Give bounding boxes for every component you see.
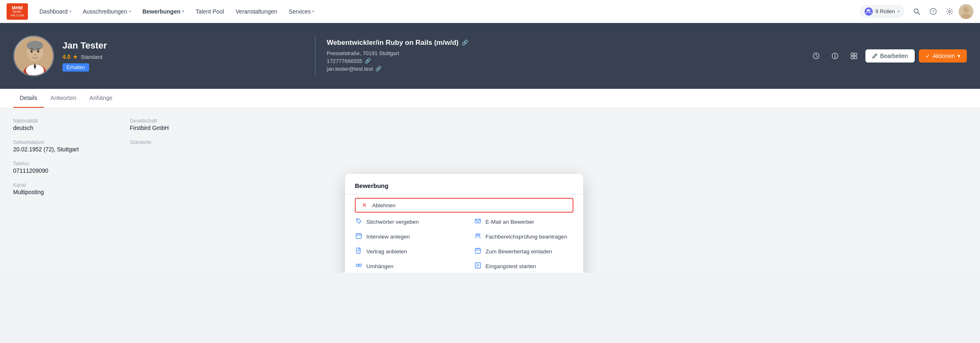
svg-point-1 [869,9,871,11]
settings-button[interactable] [942,4,957,19]
bearbeiten-button[interactable]: Bearbeiten [865,49,915,63]
chevron-down-icon: ▾ [897,9,899,14]
calendar2-icon [474,248,481,255]
svg-point-18 [34,54,36,56]
logo[interactable]: MHM MHM-HR.COM [7,3,28,20]
dropdown-title: Bewerbung [345,182,583,194]
chevron-down-icon: ▾ [182,9,184,14]
roles-icon [865,7,873,16]
nav-ausschreibungen[interactable]: Ausschreibungen ▾ [78,5,136,18]
link-icon[interactable]: 🔗 [462,39,468,46]
status-badge: Erhalten [62,63,89,72]
transfer-icon [355,262,362,270]
job-phone: 172777666555 🔗 [327,58,809,64]
svg-point-22 [835,54,835,55]
nav-talent-pool[interactable]: Talent Pool [191,5,229,18]
main-content: Nationalität deutsch Geburtsdatum 20.02.… [0,108,246,213]
tab-details[interactable]: Details [13,89,44,108]
info-icon-button[interactable] [828,49,842,63]
profile-header: Jan Tester 4.0 ★ Standard Erhalten Weben… [0,23,980,89]
svg-text:?: ? [932,9,934,14]
alarm-icon-button[interactable] [809,49,824,63]
chevron-down-icon: ▾ [312,9,314,14]
svg-point-8 [963,7,969,13]
svg-point-12 [27,41,43,51]
job-address: Presselstraße, 70191 Stuttgart [327,50,809,56]
svg-rect-25 [851,56,853,59]
dropdown-item-email[interactable]: E-Mail an Bewerber [464,214,583,229]
roles-button[interactable]: 9 Rollen ▾ [860,5,904,18]
field-nationalitaet: Nationalität deutsch [13,118,117,131]
dropdown-item-ablehnen[interactable]: ✕ Ablehnen [355,198,573,213]
field-gesellschaft: Gesellschaft Firstbird GmbH [130,118,233,131]
nav-veranstaltungen[interactable]: Veranstaltungen [231,5,282,18]
dropdown-item-vertrag[interactable]: Vertrag anbieten [345,244,464,259]
svg-point-27 [357,220,358,220]
chevron-down-icon: ▾ [69,9,71,14]
navigation: MHM MHM-HR.COM Dashboard ▾ Ausschreibung… [0,0,980,23]
nav-bewerbungen[interactable]: Bewerbungen ▾ [138,5,189,18]
svg-rect-23 [851,53,853,56]
aktionen-button[interactable]: ✓ Aktionen ▾ [919,49,967,63]
user-avatar[interactable] [959,4,973,19]
email-link-icon[interactable]: 🔗 [375,66,382,72]
svg-point-6 [949,10,951,12]
dropdown-item-fachbereich[interactable]: Fachbereichsprüfung beantragen [464,229,583,244]
svg-line-3 [918,12,920,14]
candidate-avatar [13,35,54,76]
svg-point-37 [359,264,361,267]
dropdown-item-bewerbertag[interactable]: Zum Bewerbertag einladen [464,244,583,259]
profile-info: Jan Tester 4.0 ★ Standard Erhalten [62,40,304,72]
candidate-name: Jan Tester [62,40,304,51]
dropdown-item-eingangstest[interactable]: Eingangstest starten [464,259,583,273]
tab-anhaenge[interactable]: Anhänge [83,89,119,108]
svg-point-36 [356,264,359,267]
phone-link-icon[interactable]: 🔗 [365,58,371,64]
rating-score: 4.0 [62,53,70,60]
svg-rect-26 [854,56,857,59]
reject-icon: ✕ [361,202,368,209]
chevron-down-icon: ▾ [957,53,960,59]
divider [315,35,315,76]
svg-point-43 [476,234,478,236]
field-geburtsdatum: Geburtsdatum 20.02.1952 (72), Stuttgart [13,139,117,153]
tabs-bar: Details Antworten Anhänge [0,89,980,108]
tag-icon [355,218,362,225]
star-icon: ★ [73,53,78,60]
job-info: Webentwickler/in Ruby on Rails (m/w/d) 🔗… [327,39,809,74]
email-icon [474,218,481,225]
job-title: Webentwickler/in Ruby on Rails (m/w/d) 🔗 [327,39,809,47]
search-button[interactable] [909,4,924,19]
tab-antworten[interactable]: Antworten [44,89,83,108]
profile-rating: 4.0 ★ Standard [62,53,304,60]
dropdown-item-umhaengen[interactable]: Umhängen [345,259,464,273]
dropdown-item-stichwoerter[interactable]: Stichwörter vergeben [345,214,464,229]
team-check-icon [474,233,481,240]
dropdown-item-interview[interactable]: Interview anlegen [345,229,464,244]
chevron-down-icon: ▾ [129,9,131,14]
job-email: jan.tester@test.test 🔗 [327,66,809,72]
calendar-icon [355,233,362,240]
svg-point-44 [478,234,480,236]
svg-point-17 [37,50,39,53]
rating-label: Standard [81,54,102,60]
svg-rect-24 [854,53,857,56]
list-icon [474,262,481,270]
field-standorte: Standorte [130,139,233,145]
nav-dashboard[interactable]: Dashboard ▾ [35,5,76,18]
svg-point-16 [31,50,33,53]
help-button[interactable]: ? [926,4,941,19]
svg-rect-45 [475,248,481,253]
document-icon [355,248,362,255]
dropdown-menu: Bewerbung ✕ Ablehnen Stichwörter vergebe… [345,174,583,273]
profile-actions: Bearbeiten ✓ Aktionen ▾ [809,49,967,63]
field-kanal: Kanal Multiposting [13,182,117,195]
svg-rect-28 [356,234,361,239]
nav-services[interactable]: Services ▾ [284,5,320,18]
field-telefon: Telefon 07111209090 [13,161,117,174]
dropdown-grid: Stichwörter vergeben Interview anlegen V… [345,214,583,273]
grid-icon-button[interactable] [847,49,861,63]
